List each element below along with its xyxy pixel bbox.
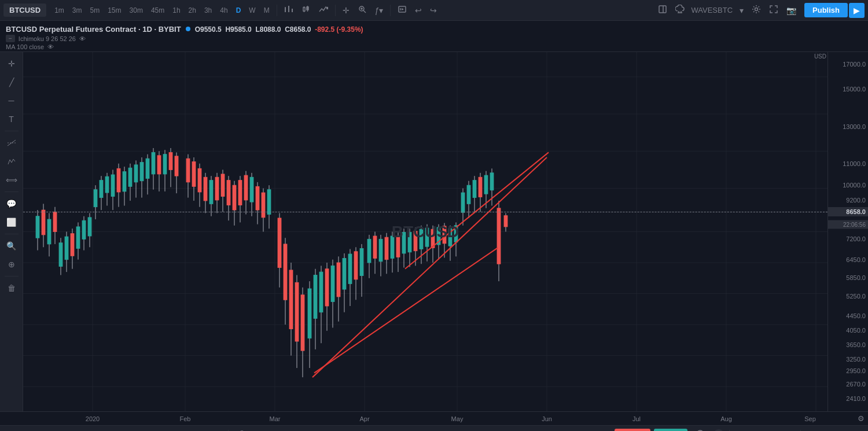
bottom-bar: 1D 5D 1M 3M 6M YTD 1Y 3Y 5Y All SELL BUY… (0, 425, 868, 431)
collapse-btn[interactable]: − (6, 35, 15, 42)
x-axis-settings-btn[interactable]: ⚙ (854, 411, 868, 425)
screenshot-btn[interactable]: 📷 (783, 3, 800, 17)
separator-1 (277, 5, 277, 16)
bb-tf-3y[interactable]: 3Y (164, 429, 182, 432)
svg-rect-89 (152, 152, 155, 174)
layout-btn[interactable] (654, 2, 671, 18)
compare-chevron[interactable]: ▾ (736, 3, 747, 17)
zoom-btn[interactable] (354, 2, 370, 18)
formula-btn[interactable]: ƒ▾ (372, 3, 387, 17)
bb-tf-all[interactable]: All (207, 429, 223, 432)
tf-15m[interactable]: 15m (104, 4, 124, 17)
sell-button[interactable]: SELL (615, 429, 651, 432)
svg-rect-151 (343, 259, 346, 290)
x-label-jul: Jul (632, 415, 641, 422)
svg-rect-20 (659, 6, 666, 13)
tf-30m[interactable]: 30m (126, 4, 146, 17)
left-sidebar: ✛ ╱ ─ T ⟺ 💬 ⬜ 🔍 ⊕ 🗑 (0, 52, 23, 411)
text-tool[interactable]: T (2, 111, 21, 127)
svg-rect-197 (479, 177, 482, 197)
bb-chart-icon[interactable] (233, 428, 251, 431)
svg-rect-125 (262, 193, 265, 218)
ohlc-high: H9585.0 (225, 25, 251, 34)
bb-tf-1m[interactable]: 1M (49, 429, 68, 432)
svg-rect-143 (319, 272, 323, 312)
y-label-3650: 3650.0 (846, 341, 866, 348)
undo-btn[interactable]: ↩ (411, 3, 425, 17)
redo-btn[interactable]: ↪ (426, 3, 440, 17)
tf-45m[interactable]: 45m (148, 4, 168, 17)
y-label-15000: 15000.0 (843, 86, 866, 93)
chart-title: BTCUSD Perpetual Futures Contract · 1D ·… (6, 24, 862, 34)
tf-w[interactable]: W (245, 4, 259, 17)
buy-button[interactable]: BUY (654, 429, 687, 432)
bar-chart-icon-btn[interactable] (281, 2, 297, 18)
bb-tf-3m[interactable]: 3M (71, 429, 90, 432)
bb-tf-1y[interactable]: 1Y (143, 429, 161, 432)
publish-button[interactable]: Publish (804, 3, 848, 17)
tf-d[interactable]: D (233, 4, 245, 17)
zoom-tool[interactable]: 🔍 (2, 238, 21, 254)
svg-rect-173 (408, 233, 411, 252)
bb-tf-5d[interactable]: 5D (27, 429, 45, 432)
current-price-badge: 8658.0 (827, 207, 868, 216)
crosshair-btn[interactable]: ✛ (339, 3, 353, 17)
cursor-tool[interactable]: ✛ (2, 56, 21, 72)
indicator1-eye[interactable]: 👁 (79, 35, 86, 42)
cloud-icon-btn[interactable] (672, 2, 688, 18)
shape-tool[interactable]: ⬜ (2, 214, 21, 230)
measure-tool[interactable]: ⟺ (2, 172, 21, 188)
candlestick-icon-btn[interactable] (298, 2, 314, 18)
tf-m[interactable]: M (260, 4, 273, 17)
bb-tf-6m[interactable]: 6M (94, 429, 113, 432)
pattern-tool[interactable] (2, 153, 21, 170)
svg-rect-2 (292, 9, 293, 12)
tf-2h[interactable]: 2h (185, 4, 200, 17)
bb-pct-btn[interactable]: % (806, 429, 819, 432)
bar-replay-btn[interactable] (394, 2, 410, 18)
trash-tool[interactable]: 🗑 (2, 280, 21, 296)
svg-rect-167 (391, 236, 394, 259)
svg-rect-91 (157, 156, 161, 174)
svg-rect-97 (175, 156, 178, 176)
svg-rect-199 (484, 175, 488, 194)
chart-area[interactable]: BTCUSD (23, 52, 827, 411)
svg-rect-77 (117, 168, 120, 192)
svg-rect-109 (215, 177, 219, 200)
fib-tool[interactable] (2, 135, 21, 151)
bb-tf-ytd[interactable]: YTD (116, 429, 139, 432)
indicators-btn[interactable] (315, 2, 332, 18)
svg-rect-55 (53, 212, 57, 231)
svg-rect-115 (233, 185, 236, 210)
bb-tf-5y[interactable]: 5Y (185, 429, 203, 432)
tf-1h[interactable]: 1h (169, 4, 183, 17)
tf-3h[interactable]: 3h (201, 4, 215, 17)
symbol-badge[interactable]: BTCUSD (3, 3, 46, 17)
bb-circle-icon[interactable] (691, 428, 709, 431)
side-sep-2 (5, 191, 19, 192)
indicator2-eye[interactable]: 👁 (47, 43, 54, 50)
annotation-tool[interactable]: 💬 (2, 196, 21, 212)
svg-rect-1 (288, 6, 289, 12)
tf-5m[interactable]: 5m (87, 4, 104, 17)
bb-add-btn[interactable]: + (713, 429, 724, 432)
bb-tf-1d[interactable]: 1D (6, 429, 24, 432)
fullscreen-btn[interactable] (766, 2, 782, 18)
live-stream-btn[interactable]: ▶ (849, 3, 865, 18)
svg-rect-71 (100, 180, 103, 198)
magnet-tool[interactable]: ⊕ (2, 256, 21, 272)
bb-log-btn[interactable]: log (822, 429, 838, 432)
svg-rect-131 (284, 244, 287, 300)
svg-rect-201 (490, 173, 494, 190)
svg-rect-147 (331, 266, 334, 301)
hline-tool[interactable]: ─ (2, 93, 21, 109)
svg-rect-69 (94, 190, 97, 207)
y-label-11000: 11000.0 (843, 160, 866, 167)
tf-1m[interactable]: 1m (51, 4, 68, 17)
tf-3m[interactable]: 3m (69, 4, 86, 17)
line-tool[interactable]: ╱ (2, 74, 21, 90)
settings-btn[interactable] (748, 2, 764, 18)
bb-auto-btn[interactable]: auto (842, 429, 862, 432)
tf-4h[interactable]: 4h (216, 4, 231, 17)
y-label-9200: 9200.0 (846, 197, 866, 204)
